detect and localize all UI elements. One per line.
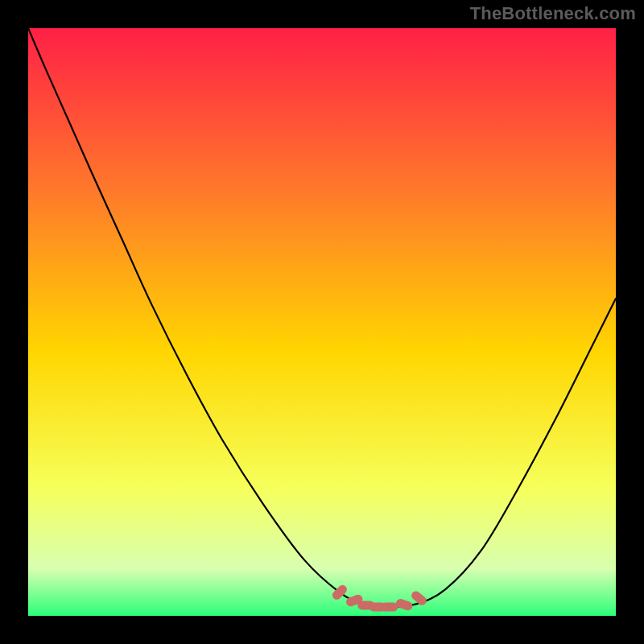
gradient-background <box>28 28 616 616</box>
bottleneck-chart <box>28 28 616 616</box>
attribution-text: TheBottleneck.com <box>470 3 636 24</box>
optimum-marker <box>381 603 398 612</box>
chart-frame: TheBottleneck.com <box>0 0 644 644</box>
plot-area <box>28 28 616 616</box>
